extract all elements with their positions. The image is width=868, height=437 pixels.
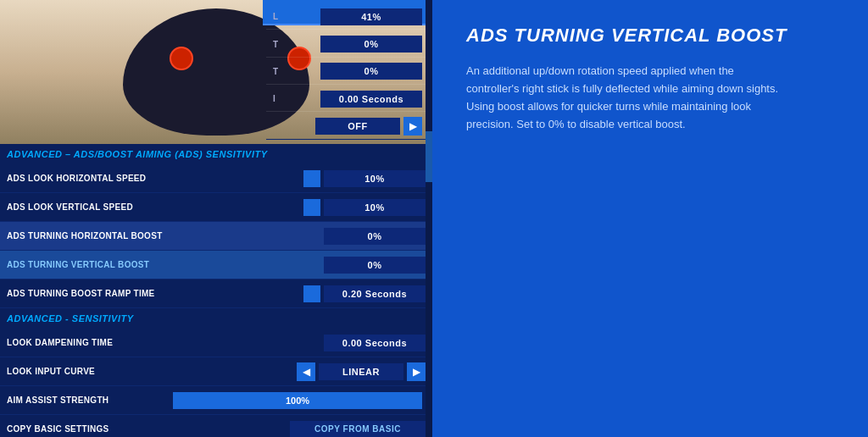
- section2-header: ADVANCED - SENSITIVITY: [0, 308, 432, 329]
- row-off-value[interactable]: OFF: [315, 118, 400, 135]
- right-panel-description: An additional up/down rotation speed app…: [466, 63, 788, 133]
- off-arrow-right[interactable]: ▶: [403, 117, 422, 136]
- ads-turn-boost-ramp-value: 0.20 Seconds: [324, 285, 426, 302]
- ads-look-v-speed-slider[interactable]: [303, 199, 320, 216]
- row-t1-value: 0%: [320, 36, 422, 53]
- row-i-label: I: [266, 94, 276, 103]
- aim-assist-bar-text: 100%: [286, 396, 309, 406]
- ads-turn-boost-ramp-label: ADS TURNING BOOST RAMP TIME: [0, 289, 170, 298]
- look-curve-arrow-right[interactable]: ▶: [407, 362, 426, 381]
- ads-look-v-speed-value: 10%: [324, 199, 426, 216]
- ads-turn-h-boost-value: 0%: [324, 228, 426, 245]
- copy-from-basic-button[interactable]: COPY FROM BASIC: [290, 421, 426, 437]
- look-input-curve-value: LINEAR: [319, 363, 403, 380]
- section2-rows: LOOK DAMPENING TIME 0.00 Seconds LOOK IN…: [0, 329, 432, 437]
- section1-header: ADVANCED – ADS/BOOST AIMING (ADS) SENSIT…: [0, 144, 432, 164]
- copy-basic-settings-label: COPY BASIC SETTINGS: [0, 424, 170, 434]
- left-panel: L 41% T 0% T 0% I: [0, 0, 432, 437]
- scrollbar[interactable]: [426, 0, 432, 437]
- ads-turn-h-boost-label: ADS TURNING HORIZONTAL BOOST: [0, 231, 170, 241]
- controller-image: L 41% T 0% T 0% I: [0, 0, 432, 144]
- row-t1-label: T: [266, 40, 278, 49]
- row-l-value: 41%: [320, 8, 422, 25]
- row-i-value: 0.00 Seconds: [320, 91, 422, 108]
- scrollbar-thumb[interactable]: [426, 131, 432, 182]
- ads-look-h-speed-row[interactable]: ADS LOOK HORIZONTAL SPEED 10%: [0, 164, 432, 193]
- look-input-curve-row[interactable]: LOOK INPUT CURVE ◀ LINEAR ▶: [0, 357, 432, 386]
- right-panel-title: ADS TURNING VERTICAL BOOST: [466, 25, 834, 46]
- copy-basic-settings-row[interactable]: COPY BASIC SETTINGS COPY FROM BASIC: [0, 415, 432, 437]
- row-t2-label: T: [266, 67, 278, 76]
- aim-assist-strength-label: AIM ASSIST STRENGTH: [0, 396, 170, 405]
- look-dampening-time-row[interactable]: LOOK DAMPENING TIME 0.00 Seconds: [0, 329, 432, 357]
- ads-turn-h-boost-row[interactable]: ADS TURNING HORIZONTAL BOOST 0%: [0, 222, 432, 251]
- look-input-curve-label: LOOK INPUT CURVE: [0, 367, 170, 376]
- ads-turn-v-boost-label: ADS TURNING VERTICAL BOOST: [0, 260, 170, 269]
- ads-turn-v-boost-value: 0%: [324, 257, 426, 274]
- row-t2-value: 0%: [320, 63, 422, 80]
- look-curve-arrow-left[interactable]: ◀: [297, 362, 315, 381]
- right-panel: ADS TURNING VERTICAL BOOST An additional…: [432, 0, 868, 437]
- ads-look-v-speed-row[interactable]: ADS LOOK VERTICAL SPEED 10%: [0, 193, 432, 222]
- ads-look-h-speed-slider[interactable]: [303, 170, 320, 187]
- look-dampening-time-label: LOOK DAMPENING TIME: [0, 338, 170, 347]
- section1-rows: ADS LOOK HORIZONTAL SPEED 10% ADS LOOK V…: [0, 164, 432, 308]
- ads-turn-boost-ramp-row[interactable]: ADS TURNING BOOST RAMP TIME 0.20 Seconds: [0, 279, 432, 308]
- ads-look-v-speed-label: ADS LOOK VERTICAL SPEED: [0, 202, 170, 212]
- aim-assist-bar[interactable]: 100%: [173, 392, 422, 409]
- row-l-label: L: [266, 12, 278, 21]
- aim-assist-strength-row[interactable]: AIM ASSIST STRENGTH 100%: [0, 386, 432, 415]
- ads-turn-boost-ramp-slider[interactable]: [303, 285, 320, 302]
- ads-look-h-speed-label: ADS LOOK HORIZONTAL SPEED: [0, 174, 170, 183]
- look-dampening-time-value: 0.00 Seconds: [324, 335, 426, 351]
- ads-look-h-speed-value: 10%: [324, 170, 426, 187]
- ads-turn-v-boost-row[interactable]: ADS TURNING VERTICAL BOOST 0%: [0, 251, 432, 279]
